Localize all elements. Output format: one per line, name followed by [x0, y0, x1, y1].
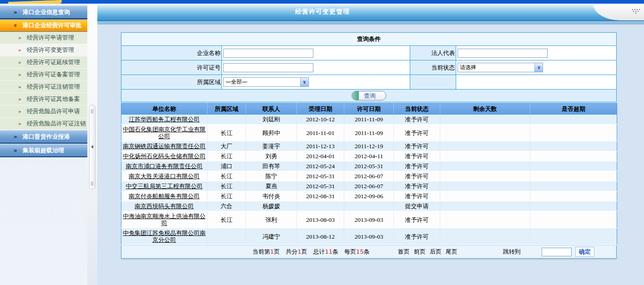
- column-header: 所属区域: [207, 104, 246, 115]
- search-button[interactable]: 查询: [352, 91, 386, 100]
- table-cell: [440, 228, 530, 245]
- pagination-number: 11: [325, 248, 333, 255]
- date-cell: 2011-11-09: [344, 115, 394, 125]
- company-name-cell: 南京西坝码头有限公司: [121, 201, 207, 211]
- table-cell: [440, 211, 530, 228]
- date-value: 2012-08-31: [306, 193, 335, 200]
- table-cell: 长江: [207, 171, 246, 181]
- table-cell: 准予许可: [394, 171, 440, 181]
- sidebar-item[interactable]: »港口普货作业报港: [0, 130, 87, 144]
- column-header: 是否超期: [530, 104, 617, 115]
- date-value: 2013-08-12: [306, 233, 335, 240]
- company-name-link[interactable]: 中化扬州石化码头仓储有限公司: [123, 153, 206, 160]
- license-no-input[interactable]: [223, 63, 313, 72]
- table-cell: 提交申请: [394, 201, 440, 211]
- table-header-row: 单位名称所属区域联系人受理日期许可日期当前状态剩余天数是否超期: [121, 104, 617, 115]
- column-header: 剩余天数: [440, 104, 530, 115]
- double-arrow-icon: »: [18, 109, 21, 115]
- date-cell: 2012-05-31: [344, 161, 394, 171]
- table-row: 中化扬州石化码头仓储有限公司长江刘勇2012-04-012012-04-11准予…: [121, 151, 617, 161]
- table-cell: [530, 151, 617, 161]
- sidebar-item[interactable]: »经营许可证备案管理: [0, 69, 87, 81]
- sidebar-item[interactable]: »港口企业信息查询: [0, 5, 87, 19]
- company-name-input[interactable]: [223, 49, 313, 58]
- column-header: 联系人: [246, 104, 297, 115]
- status-label: 当前状态: [410, 60, 456, 75]
- company-name-link[interactable]: 中免集团江苏免税品有限公司南京分公司: [123, 230, 206, 243]
- pagination-text: 总计: [307, 248, 325, 255]
- sidebar-item-selected[interactable]: »经营许可变更管理: [0, 44, 87, 56]
- column-header: 受理日期: [297, 104, 344, 115]
- date-cell: 2012-06-07: [344, 171, 394, 181]
- table-cell: [207, 115, 246, 125]
- double-arrow-icon: »: [18, 60, 21, 65]
- pagination-text: 共分: [280, 248, 297, 255]
- table-cell: 六合: [207, 201, 246, 211]
- date-value: 2012-05-31: [306, 183, 335, 190]
- table-cell: 长江: [207, 191, 246, 201]
- company-name-link[interactable]: 南京西坝码头有限公司: [135, 203, 194, 210]
- double-arrow-icon: »: [18, 72, 21, 78]
- double-arrow-icon: »: [14, 134, 17, 140]
- company-name-link[interactable]: 中国石化集团南京化学工业有限公司: [123, 126, 206, 140]
- company-name-link[interactable]: 南京大胜关港港口有限公司: [129, 173, 200, 180]
- table-cell: 准予许可: [394, 151, 440, 161]
- sidebar-item[interactable]: »经营许可申请管理: [0, 32, 87, 44]
- company-name-link[interactable]: 江苏华西船务工程有限公司: [129, 116, 200, 123]
- table-cell: 姜漫宇: [246, 141, 297, 151]
- sidebar-item-label: 经营许可证注销管理: [27, 83, 80, 91]
- sidebar-item[interactable]: »经营许可证延续管理: [0, 56, 87, 69]
- sidebar-item[interactable]: »经营危险品许可申请: [0, 105, 87, 118]
- table-cell: [440, 125, 530, 141]
- sidebar-item[interactable]: »经营危险品许可证注销: [0, 118, 87, 130]
- pagination-number: 1: [297, 248, 301, 255]
- sidebar-item-label: 经营危险品许可证注销: [27, 120, 86, 128]
- date-cell: 2011-11-09: [344, 125, 394, 141]
- date-cell: 2013-09-03: [344, 228, 394, 245]
- legal-rep-label: 法人代表: [410, 46, 456, 60]
- double-arrow-icon: »: [18, 121, 21, 127]
- table-cell: 冯建宁: [246, 228, 297, 245]
- date-value: 2012-06-07: [355, 173, 383, 180]
- collapse-left-arrow-icon: [91, 145, 93, 149]
- jump-page-input[interactable]: [542, 248, 572, 256]
- pagination-text: 当前第: [252, 248, 270, 255]
- sidebar-item-label: 经营危险品许可申请: [27, 107, 80, 115]
- double-arrow-icon: »: [18, 47, 21, 53]
- pagination-link[interactable]: 前页: [414, 248, 426, 256]
- sidebar-item[interactable]: »经营许可证注销管理: [0, 81, 87, 93]
- banner-gold-swoosh: [8, 0, 62, 4]
- date-value: 2012-09-06: [355, 193, 383, 200]
- table-cell: [530, 181, 617, 191]
- company-name-link[interactable]: 南京市浦口港务有限责任公司: [126, 163, 203, 170]
- table-cell: 夏燕: [246, 181, 297, 191]
- date-value: 2013-08-03: [306, 216, 335, 223]
- pagination-link[interactable]: 尾页: [446, 248, 458, 256]
- sidebar-item-label: 经营许可变更管理: [27, 46, 74, 54]
- legal-rep-input[interactable]: [458, 49, 548, 58]
- sidebar-item[interactable]: »港口企业经营许可审批: [0, 19, 87, 32]
- table-cell: 长江: [207, 211, 246, 228]
- company-name-link[interactable]: 南京钢铁四通运输有限责任公司: [123, 143, 206, 150]
- pagination-text: 条: [332, 248, 338, 255]
- splitter-handle[interactable]: [89, 105, 96, 190]
- date-cell: 2013-08-03: [297, 211, 344, 228]
- pagination-link[interactable]: 后页: [430, 248, 442, 256]
- company-name-link[interactable]: 中海油南京顺海水上供油有限公司: [123, 213, 206, 226]
- status-select[interactable]: 请选择 ∨: [458, 63, 543, 72]
- date-value: 2012-05-31: [355, 163, 383, 170]
- sidebar-item[interactable]: »经营许可证其他备案: [0, 93, 87, 105]
- company-name-link[interactable]: 南京付炎船舶服务有限公司: [129, 193, 200, 200]
- table-cell: [207, 228, 246, 245]
- date-value: 2012-04-11: [355, 153, 383, 160]
- main-area: 经营许可变更管理 查询条件 企业名称 法人代表 许可证号 当前状态 请选择 ∨: [97, 4, 644, 285]
- sidebar-splitter[interactable]: [87, 4, 97, 285]
- confirm-button[interactable]: 确定: [575, 247, 594, 257]
- empty-cell: [410, 75, 456, 90]
- date-value: 2013-09-03: [355, 216, 383, 223]
- sidebar-item[interactable]: »集装箱超载治理: [0, 144, 87, 157]
- company-name-link[interactable]: 中交三航局第三工程有限公司: [126, 183, 203, 190]
- pagination-link[interactable]: 首页: [398, 248, 410, 256]
- region-select[interactable]: —全部— ∨: [223, 77, 309, 87]
- date-cell: 2012-05-31: [297, 181, 344, 191]
